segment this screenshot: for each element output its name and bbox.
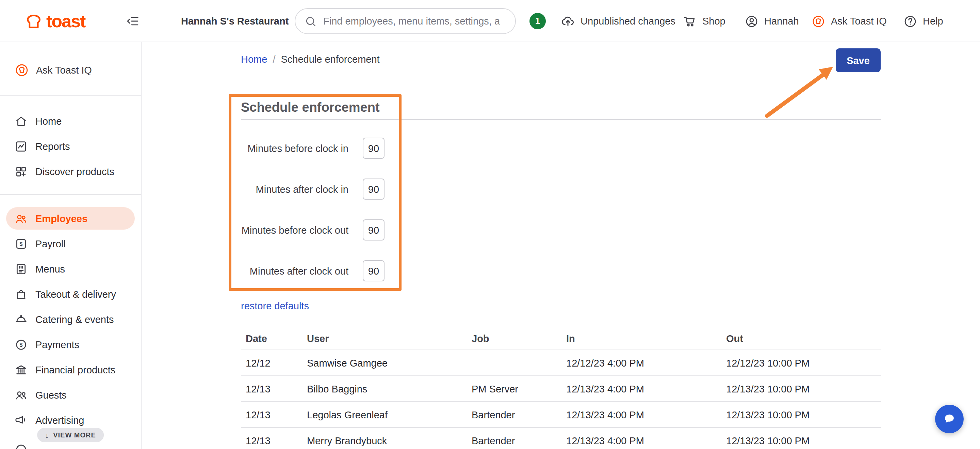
sidebar: Ask Toast IQ Home Reports (0, 42, 142, 449)
cell-out: 12/13/23 10:00 PM (721, 435, 881, 446)
schedule-table: Date User Job In Out 12/12 Samwise Gamge… (241, 327, 881, 449)
help-icon (903, 14, 917, 28)
cell-date: 12/13 (241, 435, 302, 446)
sidebar-item-label: Discover products (35, 166, 115, 177)
toast-admin-app: toast Hannah S's Restaurant 1 Unpublishe… (0, 0, 980, 449)
sidebar-item-label: Home (35, 115, 62, 126)
minutes-before-clock-out-input[interactable] (363, 219, 385, 241)
sidebar-item-employees[interactable]: Employees (6, 207, 135, 230)
col-header-job: Job (467, 333, 562, 344)
ask-toast-iq-label: Ask Toast IQ (831, 16, 887, 27)
ask-toast-iq-button[interactable]: Ask Toast IQ (811, 0, 887, 42)
table-row: 12/13 Legolas Greenleaf Bartender 12/13/… (241, 402, 881, 428)
sidebar-item-catering-events[interactable]: Catering & events (0, 307, 141, 332)
financial-products-icon (14, 363, 28, 376)
restore-defaults-link[interactable]: restore defaults (241, 300, 309, 312)
toast-iq-icon (811, 14, 826, 28)
table-row: 12/13 Bilbo Baggins PM Server 12/13/23 4… (241, 376, 881, 402)
sidebar-item-label: Financial products (35, 364, 115, 375)
toast-logo[interactable]: toast (24, 0, 85, 42)
help-button[interactable]: Help (903, 0, 943, 42)
sidebar-nav-primary: Home Reports Discover products (0, 108, 141, 184)
payments-icon: $ (14, 337, 28, 351)
sidebar-item-discover-products[interactable]: Discover products (0, 159, 141, 184)
sidebar-divider (0, 95, 141, 96)
cell-date: 12/13 (241, 409, 302, 420)
sidebar-item-payments[interactable]: $ Payments (0, 332, 141, 357)
user-menu-button[interactable]: Hannah (745, 0, 799, 42)
svg-text:$: $ (20, 342, 23, 347)
cell-user: Legolas Greenleaf (302, 409, 467, 420)
cloud-upload-icon (561, 14, 575, 28)
view-more-button[interactable]: ↓ VIEW MORE (37, 428, 104, 442)
unpublished-changes-button[interactable]: Unpublished changes (561, 0, 675, 42)
user-avatar-icon (745, 14, 759, 28)
save-button[interactable]: Save (836, 48, 881, 72)
sidebar-item-financial-products[interactable]: Financial products (0, 357, 141, 382)
sidebar-item-reports[interactable]: Reports (0, 134, 141, 159)
toast-logo-text: toast (46, 11, 85, 32)
sidebar-item-payroll[interactable]: $ Payroll (0, 231, 141, 256)
page-title: Schedule enforcement (241, 100, 380, 115)
cell-user: Samwise Gamgee (302, 357, 467, 368)
catering-events-icon (14, 312, 28, 326)
field-label: Minutes before clock out (242, 225, 348, 235)
table-row: 12/13 Merry Brandybuck Bartender 12/13/2… (241, 428, 881, 449)
collapse-sidebar-icon (125, 14, 140, 28)
field-minutes-before-clock-in: Minutes before clock in (204, 137, 385, 159)
search-icon (304, 14, 317, 27)
cell-job: Bartender (467, 435, 562, 446)
field-label: Minutes after clock out (250, 265, 348, 276)
sidebar-ask-toast-iq[interactable]: Ask Toast IQ (14, 63, 92, 78)
minutes-after-clock-out-input[interactable] (363, 260, 385, 281)
breadcrumb-separator: / (272, 54, 275, 65)
collapse-sidebar-button[interactable] (125, 14, 140, 28)
discover-products-icon (14, 165, 28, 178)
partial-item-icon (14, 443, 28, 449)
section-divider (241, 119, 881, 120)
sidebar-item-label: Takeout & delivery (35, 289, 116, 299)
toast-iq-icon (14, 63, 29, 78)
col-header-date: Date (241, 333, 302, 344)
cell-in: 12/13/23 4:00 PM (562, 409, 721, 420)
search-input[interactable] (323, 16, 506, 27)
publish-count-badge: 1 (530, 13, 546, 29)
sidebar-item-home[interactable]: Home (0, 108, 141, 134)
cell-in: 12/12/23 4:00 PM (562, 357, 721, 368)
cart-icon (682, 14, 697, 28)
sidebar-item-guests[interactable]: Guests (0, 382, 141, 407)
cell-date: 12/12 (241, 357, 302, 368)
sidebar-item-takeout-delivery[interactable]: Takeout & delivery (0, 281, 141, 307)
breadcrumb: Home / Schedule enforcement (241, 54, 380, 65)
cell-job: Bartender (467, 409, 562, 420)
col-header-user: User (302, 333, 467, 344)
sidebar-item-label: Guests (35, 389, 67, 400)
support-chat-button[interactable] (935, 405, 964, 433)
field-minutes-before-clock-out: Minutes before clock out (204, 219, 385, 241)
table-header-row: Date User Job In Out (241, 327, 881, 350)
chat-bubble-icon (942, 412, 957, 427)
svg-text:$: $ (20, 241, 23, 247)
sidebar-divider (0, 194, 141, 195)
cell-date: 12/13 (241, 383, 302, 394)
cell-user: Merry Brandybuck (302, 435, 467, 446)
takeout-delivery-icon (14, 287, 28, 301)
sidebar-item-label: Advertising (35, 415, 84, 425)
minutes-after-clock-in-input[interactable] (363, 179, 385, 200)
cell-in: 12/13/23 4:00 PM (562, 435, 721, 446)
sidebar-item-label: Payments (35, 339, 79, 350)
sidebar-nav-secondary: Employees $ Payroll Menus (0, 206, 141, 433)
search-bar[interactable] (295, 8, 516, 34)
sidebar-item-menus[interactable]: Menus (0, 256, 141, 281)
breadcrumb-home-link[interactable]: Home (241, 54, 267, 65)
shop-button[interactable]: Shop (682, 0, 725, 42)
sidebar-item-label: Menus (35, 263, 65, 274)
payroll-icon: $ (14, 237, 28, 250)
field-minutes-after-clock-out: Minutes after clock out (204, 260, 385, 281)
shop-label: Shop (702, 16, 725, 27)
sidebar-item-partial[interactable] (14, 443, 28, 449)
field-label: Minutes before clock in (247, 143, 348, 153)
minutes-before-clock-in-input[interactable] (363, 137, 385, 159)
help-label: Help (923, 16, 943, 27)
unpublished-changes-label: Unpublished changes (581, 16, 675, 27)
